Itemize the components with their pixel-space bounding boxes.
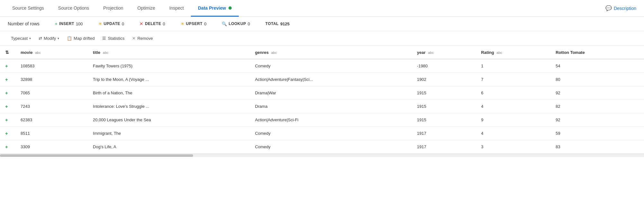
col-sort-header[interactable]: ⇅	[0, 46, 15, 59]
col-rotton-label: Rotton Tomate	[556, 50, 585, 55]
insert-stat: + INSERT 100	[55, 21, 83, 26]
row-insert-icon[interactable]: +	[5, 144, 8, 150]
row-movie-cell: 8511	[15, 127, 88, 140]
row-rating-cell: 4	[476, 127, 550, 140]
modify-icon: ⇄	[39, 36, 42, 41]
total-key: TOTAL	[265, 21, 279, 26]
col-title-header[interactable]: title abc	[88, 46, 250, 59]
upsert-key: UPSERT	[186, 21, 203, 26]
col-movie-header[interactable]: movie abc	[15, 46, 88, 59]
col-title-type: abc	[103, 51, 109, 55]
active-indicator	[228, 6, 232, 10]
row-title-cell: Immigrant, The	[88, 127, 250, 140]
modify-button[interactable]: ⇄ Modify ▾	[35, 34, 62, 42]
col-year-label: year	[417, 50, 426, 55]
chat-icon: 💬	[605, 5, 612, 11]
statistics-button[interactable]: ☰ Statistics	[99, 34, 128, 42]
row-year-cell: 1917	[412, 140, 476, 154]
row-rotton-cell: 80	[550, 73, 644, 86]
col-rating-type: abc	[496, 51, 502, 55]
data-toolbar: Typecast ▾ ⇄ Modify ▾ 📋 Map drifted ☰ St…	[0, 31, 644, 46]
modify-label: Modify	[44, 36, 56, 41]
tab-optimize[interactable]: Optimize	[130, 0, 162, 17]
lookup-icon: 🔍	[222, 21, 227, 26]
map-drifted-button[interactable]: 📋 Map drifted	[64, 34, 98, 42]
row-insert-icon[interactable]: +	[5, 104, 8, 109]
update-value: 0	[122, 21, 124, 26]
row-action-cell: +	[0, 100, 15, 113]
table-row: + 7243 Intolerance: Love's Struggle ... …	[0, 100, 644, 113]
row-rating-cell: 4	[476, 100, 550, 113]
col-year-type: abc	[428, 51, 434, 55]
tab-projection[interactable]: Projection	[96, 0, 130, 17]
delete-key: DELETE	[145, 21, 161, 26]
delete-stat: ✕ DELETE 0	[139, 21, 165, 26]
col-genres-header[interactable]: genres abc	[250, 46, 412, 59]
row-rating-cell: 7	[476, 73, 550, 86]
row-rotton-cell: 92	[550, 86, 644, 100]
col-genres-label: genres	[255, 50, 269, 55]
row-rating-cell: 6	[476, 86, 550, 100]
row-year-cell: 1915	[412, 100, 476, 113]
upsert-value: 0	[204, 21, 206, 26]
table-row: + 108583 Fawlty Towers (1975) Comedy -19…	[0, 59, 644, 73]
total-value: 9125	[280, 21, 290, 26]
table-row: + 3309 Dog's Life, A Comedy 1917 3 83	[0, 140, 644, 154]
tab-source-settings[interactable]: Source Settings	[5, 0, 51, 17]
horizontal-scrollbar[interactable]	[0, 154, 644, 157]
row-year-cell: 1915	[412, 86, 476, 100]
stats-bar: Number of rows + INSERT 100 ✳ UPDATE 0 ✕…	[0, 17, 644, 31]
col-year-header[interactable]: year abc	[412, 46, 476, 59]
statistics-icon: ☰	[102, 36, 106, 41]
typecast-chevron: ▾	[29, 37, 31, 40]
remove-label: Remove	[137, 36, 153, 41]
col-movie-label: movie	[21, 50, 33, 55]
insert-key: INSERT	[59, 21, 74, 26]
modify-chevron: ▾	[58, 37, 59, 40]
row-title-cell: Dog's Life, A	[88, 140, 250, 154]
row-rotton-cell: 82	[550, 100, 644, 113]
row-insert-icon[interactable]: +	[5, 131, 8, 136]
row-insert-icon[interactable]: +	[5, 77, 8, 82]
top-navigation: Source Settings Source Options Projectio…	[0, 0, 644, 17]
scrollbar-thumb[interactable]	[0, 154, 193, 157]
typecast-button[interactable]: Typecast ▾	[8, 34, 34, 42]
col-rotton-header[interactable]: Rotton Tomate	[550, 46, 644, 59]
lookup-key: LOOKUP	[228, 21, 246, 26]
row-action-cell: +	[0, 86, 15, 100]
row-action-cell: +	[0, 59, 15, 73]
row-insert-icon[interactable]: +	[5, 117, 8, 123]
description-label: Description	[614, 6, 636, 11]
lookup-value: 0	[248, 21, 250, 26]
remove-button[interactable]: ✕ Remove	[129, 34, 156, 42]
row-rating-cell: 3	[476, 140, 550, 154]
row-insert-icon[interactable]: +	[5, 63, 8, 69]
nav-spacer	[239, 0, 603, 16]
col-rating-header[interactable]: Rating abc	[476, 46, 550, 59]
row-rotton-cell: 59	[550, 127, 644, 140]
row-movie-cell: 108583	[15, 59, 88, 73]
row-genres-cell: Action|Adventure|Sci-Fi	[250, 113, 412, 127]
row-genres-cell: Comedy	[250, 140, 412, 154]
row-action-cell: +	[0, 113, 15, 127]
row-title-cell: Fawlty Towers (1975)	[88, 59, 250, 73]
typecast-label: Typecast	[11, 36, 28, 41]
row-action-cell: +	[0, 73, 15, 86]
description-button[interactable]: 💬 Description	[603, 0, 639, 16]
table-body: + 108583 Fawlty Towers (1975) Comedy -19…	[0, 59, 644, 154]
tab-inspect[interactable]: Inspect	[162, 0, 191, 17]
row-genres-cell: Drama	[250, 100, 412, 113]
col-genres-type: abc	[271, 51, 277, 55]
tab-data-preview[interactable]: Data Preview	[191, 0, 239, 17]
row-year-cell: 1915	[412, 113, 476, 127]
update-stat: ✳ UPDATE 0	[98, 21, 124, 26]
row-insert-icon[interactable]: +	[5, 90, 8, 96]
table-row: + 7065 Birth of a Nation, The Drama|War …	[0, 86, 644, 100]
delete-icon: ✕	[139, 21, 143, 26]
tab-source-options[interactable]: Source Options	[51, 0, 96, 17]
insert-value: 100	[76, 21, 83, 26]
table-row: + 62383 20,000 Leagues Under the Sea Act…	[0, 113, 644, 127]
row-year-cell: -1980	[412, 59, 476, 73]
row-title-cell: 20,000 Leagues Under the Sea	[88, 113, 250, 127]
delete-value: 0	[163, 21, 165, 26]
